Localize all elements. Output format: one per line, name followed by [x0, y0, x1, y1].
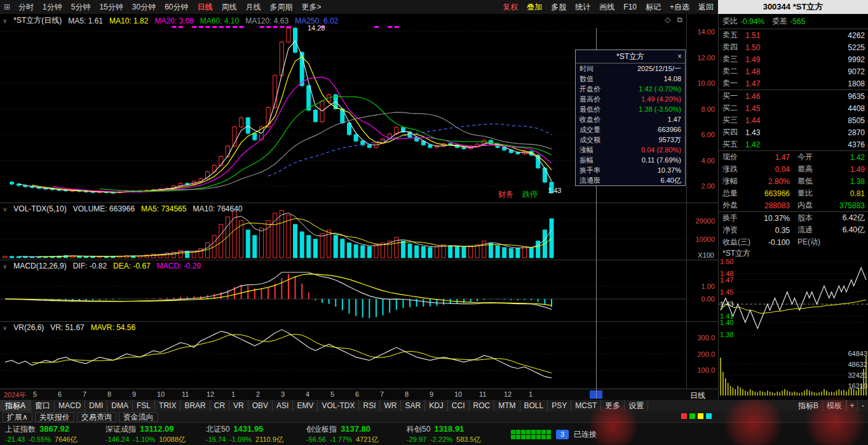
bid-row[interactable]: 买一1.469635 — [719, 90, 868, 102]
toolbar-action[interactable]: 复权 — [498, 0, 522, 14]
ask-row[interactable]: 卖五1.514262 — [719, 29, 868, 41]
indicator-tab[interactable]: WR — [380, 400, 401, 411]
toolbar-action[interactable]: 画线 — [595, 0, 619, 14]
indicator-tab-bar: 指标A 窗口MACDDMIDMAFSLTRIXBRARCRVROBVASIEMV… — [0, 400, 868, 412]
indicator-tab[interactable]: SAR — [401, 400, 425, 411]
period-tab[interactable]: 日线 — [193, 0, 217, 14]
sub-tab[interactable]: 扩展∧ — [3, 412, 32, 422]
indicator-tab[interactable]: BOLL — [520, 400, 548, 411]
period-tab[interactable]: 1分钟 — [38, 0, 67, 14]
toolbar-action[interactable]: +自选 — [665, 0, 694, 14]
connection-badge[interactable]: 3 — [556, 430, 569, 439]
bid-row[interactable]: 买五1.424376 — [719, 138, 868, 150]
indicator-tab[interactable]: VR — [229, 400, 248, 411]
indicator-tab[interactable]: FSL — [133, 400, 155, 411]
close-icon[interactable]: × — [677, 50, 682, 63]
index-item[interactable]: 创业板指3137.80-56.56-1.77%4721亿 — [301, 424, 402, 444]
ask-row[interactable]: 卖四1.505225 — [719, 41, 868, 53]
stat-value: 10.37% — [764, 214, 790, 223]
x-axis-month: 9 — [132, 390, 136, 398]
collapse-icon[interactable]: ∨ — [3, 324, 7, 331]
indicator-tab[interactable]: MCST — [571, 400, 601, 411]
indicator-tab[interactable]: TRIX — [155, 400, 180, 411]
period-tab[interactable]: 月线 — [241, 0, 266, 14]
period-tab[interactable]: 30分钟 — [128, 0, 160, 14]
index-item[interactable]: 上证指数3867.92-21.43-0.55%7646亿 — [0, 424, 100, 444]
period-tab[interactable]: 分时 — [14, 0, 38, 14]
indicator-tab[interactable]: BRAR — [180, 400, 210, 411]
stat-cell: 收益(三)-0.100 — [719, 236, 794, 248]
indicator-tab[interactable]: DMI — [85, 400, 107, 411]
index-item[interactable]: 科创501318.91-29.97-2.22%583.5亿 — [402, 424, 502, 444]
indicator-tab[interactable]: DMA — [107, 400, 133, 411]
vr-panel[interactable]: ∨ VR(26,6) VR: 51.67MAVR: 54.56 300.0200… — [0, 322, 718, 389]
event-marker[interactable]: 跌停 — [522, 189, 538, 200]
volume-panel-title: VOL-TDX(5,10) — [13, 204, 66, 213]
period-tab[interactable]: 多周期 — [266, 0, 297, 14]
toolbar-action[interactable]: 标记 — [641, 0, 665, 14]
x-axis-month: 7 — [83, 390, 86, 398]
indicator-tab[interactable]: PSY — [548, 400, 571, 411]
collapse-icon[interactable]: ∨ — [3, 263, 7, 270]
indicator-tab[interactable]: ROC — [470, 400, 495, 411]
collapse-icon[interactable]: ∨ — [3, 206, 7, 213]
bid-row[interactable]: 买二1.454408 — [719, 102, 868, 114]
indicator-tab[interactable]: 模板 — [823, 400, 846, 411]
panel-header-icon[interactable]: ⧉ — [677, 15, 682, 24]
toolbar-action[interactable]: 统计 — [571, 0, 595, 14]
mini-chart[interactable]: 1.501.481.471.451.431.411.401.3864843486… — [719, 258, 868, 397]
toolbar-action[interactable]: 叠加 — [522, 0, 546, 14]
period-tab[interactable]: 5分钟 — [67, 0, 95, 14]
indicator-tab[interactable]: EMV — [293, 400, 318, 411]
stat-cell: 量比0.81 — [794, 187, 868, 199]
indicator-tab[interactable]: MACD — [55, 400, 85, 411]
event-marker[interactable]: 财务 — [498, 189, 513, 200]
indicator-tab[interactable]: VOL-TDX — [318, 400, 359, 411]
indicator-tab[interactable]: ASI — [273, 400, 293, 411]
ask-row[interactable]: 卖三1.499992 — [719, 53, 868, 65]
ask-row[interactable]: 卖一1.471808 — [719, 77, 868, 90]
indicator-tab[interactable]: 指标B — [794, 400, 823, 411]
tooltip-rows: 时间2025/12/15/一数值14.08开盘价1.42 (-0.70%)最高价… — [576, 63, 685, 185]
app-menu-icon[interactable]: ⊞ — [0, 3, 14, 11]
zoom-out-button[interactable]: - — [857, 400, 868, 411]
bid-row[interactable]: 买四1.432870 — [719, 126, 868, 138]
indicator-a-label[interactable]: 指标A — [0, 400, 31, 411]
bid-row[interactable]: 买三1.448505 — [719, 114, 868, 126]
index-amount: 583.5亿 — [456, 435, 481, 443]
sub-tab[interactable]: 交易查询 — [77, 412, 116, 422]
macd-axis: 1.000.00 — [686, 260, 718, 321]
zoom-in-button[interactable]: + — [846, 400, 857, 411]
intraday-chart[interactable] — [719, 258, 868, 397]
sub-tab[interactable]: 关联报价 — [35, 412, 74, 422]
indicator-tab[interactable]: CR — [210, 400, 229, 411]
index-item[interactable]: 北证501431.95-15.74-1.09%2110.9亿 — [201, 424, 301, 444]
period-tab[interactable]: 更多> — [297, 0, 326, 14]
period-tab[interactable]: 15分钟 — [95, 0, 127, 14]
index-value: 3137.80 — [341, 424, 370, 434]
indicator-tab[interactable]: KDJ — [425, 400, 448, 411]
volume-panel[interactable]: ∨ VOL-TDX(5,10) VOLUME: 663966MA5: 73456… — [0, 203, 718, 260]
signal-block — [516, 435, 520, 439]
indicator-tab[interactable]: MTM — [494, 400, 520, 411]
index-change: -21.43 — [5, 435, 25, 443]
indicator-tab[interactable]: OBV — [248, 400, 273, 411]
indicator-tab[interactable]: CCI — [448, 400, 470, 411]
ask-row[interactable]: 卖二1.489072 — [719, 65, 868, 77]
period-tab[interactable]: 60分钟 — [160, 0, 193, 14]
toolbar-action[interactable]: F10 — [619, 0, 641, 14]
period-tab[interactable]: 周线 — [217, 0, 241, 14]
indicator-tab[interactable]: 更多 — [601, 400, 625, 411]
indicator-tab[interactable]: RSI — [359, 400, 380, 411]
collapse-icon[interactable]: ∨ — [3, 17, 7, 24]
mini-price-label: 1.47 — [720, 276, 733, 284]
toolbar-action[interactable]: 返回 — [694, 0, 718, 14]
toolbar-action[interactable]: 多股 — [546, 0, 571, 14]
macd-panel[interactable]: ∨ MACD(12,26,9) DIF: -0.82DEA: -0.67MACD… — [0, 260, 718, 322]
indicator-tab[interactable]: 窗口 — [31, 400, 55, 411]
index-item[interactable]: 深证成指13112.09-146.24-1.10%10088亿 — [100, 424, 201, 444]
sub-tab[interactable]: 资金流向 — [119, 412, 158, 422]
panel-header-icon[interactable]: ◇ — [665, 15, 670, 24]
macd-header-item: DIF: -0.82 — [73, 262, 107, 270]
indicator-tab[interactable]: 设置 — [625, 400, 648, 411]
